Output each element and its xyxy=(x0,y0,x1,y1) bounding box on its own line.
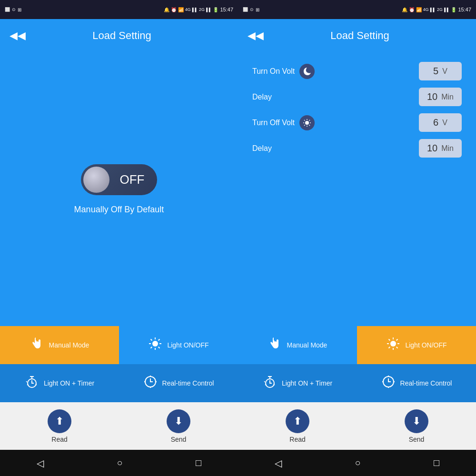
power-toggle[interactable]: OFF xyxy=(81,164,157,195)
read-arrow-icon: ⬆ xyxy=(55,415,64,427)
time-left: 15:47 xyxy=(220,7,233,12)
status-icon-grid: ⊞ xyxy=(18,7,21,12)
clock-icon-left xyxy=(143,375,158,392)
hand-icon-left xyxy=(30,337,44,354)
svg-line-34 xyxy=(389,339,390,340)
alarm-icon: ⏰ xyxy=(171,7,177,12)
back-button-left[interactable]: ◀◀ xyxy=(10,30,26,42)
realtime-btn-right[interactable]: Real-time Control xyxy=(357,364,476,402)
read-button-right[interactable]: ⬆ Read xyxy=(238,402,357,450)
header-left: ◀◀ Load Setting xyxy=(0,19,238,52)
read-button-left[interactable]: ⬆ Read xyxy=(0,402,119,450)
delay1-value-box[interactable]: 10 Min xyxy=(419,88,462,106)
nav-recent-icon-right[interactable]: □ xyxy=(434,457,439,468)
status-icon-headset: ⊙ xyxy=(12,7,16,12)
manual-mode-label-right: Manual Mode xyxy=(287,341,327,349)
moon-icon xyxy=(299,64,315,79)
send-label-right: Send xyxy=(409,436,425,443)
turn-off-volt-unit: V xyxy=(442,119,447,127)
delay2-value-box[interactable]: 10 Min xyxy=(419,139,462,158)
hand-icon-right xyxy=(268,337,282,354)
sun-icon-right xyxy=(386,337,400,354)
time-right: 15:47 xyxy=(458,7,471,12)
send-arrow-icon-r: ⬇ xyxy=(412,415,421,427)
turn-on-volt-unit: V xyxy=(442,67,447,76)
send-button-right[interactable]: ⬇ Send xyxy=(357,402,476,450)
timer-icon-right xyxy=(263,375,277,392)
timer-icon-left xyxy=(25,375,39,392)
light-timer-btn-right[interactable]: Light ON + Timer xyxy=(238,364,357,402)
battery-icon: 🔋 xyxy=(213,7,218,12)
manual-mode-btn-left[interactable]: Manual Mode xyxy=(0,326,119,364)
status-icon-screen-r: ⬜ xyxy=(243,7,248,12)
svg-point-0 xyxy=(152,341,158,347)
svg-line-37 xyxy=(389,347,390,348)
sun-icon-settings xyxy=(299,115,315,130)
battery-icon-r: 🔋 xyxy=(451,7,456,12)
status-icon-grid-r: ⊞ xyxy=(256,7,259,12)
light-onoff-btn-left[interactable]: Light ON/OFF xyxy=(119,326,238,364)
status-icon-headset-r: ⊙ xyxy=(250,7,254,12)
back-button-right[interactable]: ◀◀ xyxy=(248,30,264,42)
status-icons-left: ⬜ ⊙ ⊞ xyxy=(5,7,21,12)
toggle-state: OFF xyxy=(109,172,155,187)
turn-on-volt-row: Turn On Volt 5 V xyxy=(252,62,462,80)
network-4g: 4G xyxy=(185,7,191,12)
realtime-btn-left[interactable]: Real-time Control xyxy=(119,364,238,402)
delay2-unit: Min xyxy=(441,144,454,153)
svg-line-6 xyxy=(159,347,160,348)
delay1-value: 10 xyxy=(427,91,437,102)
nav-recent-icon-left[interactable]: □ xyxy=(196,457,201,468)
read-icon-left: ⬆ xyxy=(48,409,71,433)
status-icon-screen: ⬜ xyxy=(5,7,10,12)
read-label-left: Read xyxy=(51,436,67,443)
mode-grid-right: Manual Mode Li xyxy=(238,326,476,402)
light-onoff-label-left: Light ON/OFF xyxy=(167,341,208,349)
svg-line-8 xyxy=(151,347,152,348)
network-bar2: ▌▌ xyxy=(206,8,211,12)
status-bar-right: ⬜ ⊙ ⊞ 🔔 ⏰ 📶 4G ▌▌ 2G ▌▌ 🔋 15:47 xyxy=(238,0,476,19)
nav-back-icon-left[interactable]: ◁ xyxy=(37,457,44,469)
wifi-icon-r: 📶 xyxy=(416,7,422,12)
sim-icon-r: 🔔 xyxy=(402,7,407,12)
turn-off-volt-value-box[interactable]: 6 V xyxy=(419,113,462,132)
svg-line-12 xyxy=(26,381,27,382)
turn-off-volt-row: Turn Off Volt xyxy=(252,113,462,132)
turn-on-volt-value-box[interactable]: 5 V xyxy=(419,62,462,80)
svg-line-5 xyxy=(151,339,152,340)
read-icon-right: ⬆ xyxy=(286,409,309,433)
realtime-label-right: Real-time Control xyxy=(400,379,452,387)
clock-icon-right xyxy=(381,375,396,392)
delay2-value: 10 xyxy=(427,143,437,154)
svg-line-26 xyxy=(309,125,310,126)
nav-bar-left: ◁ ○ □ xyxy=(0,450,238,476)
network-4g-r: 4G xyxy=(423,7,429,12)
sim-icon: 🔔 xyxy=(164,7,169,12)
network-bar1-r: ▌▌ xyxy=(430,8,436,12)
light-onoff-content: Turn On Volt 5 V Delay xyxy=(238,52,476,326)
realtime-label-left: Real-time Control xyxy=(162,379,214,387)
svg-point-29 xyxy=(390,341,396,347)
manual-content: OFF Manually Off By Default xyxy=(0,52,238,326)
header-right: ◀◀ Load Setting xyxy=(238,19,476,52)
status-right-right: 🔔 ⏰ 📶 4G ▌▌ 2G ▌▌ 🔋 15:47 xyxy=(402,7,471,12)
action-bar-right: ⬆ Read ⬇ Send xyxy=(238,402,476,450)
light-onoff-btn-right[interactable]: Light ON/OFF xyxy=(357,326,476,364)
send-arrow-icon: ⬇ xyxy=(174,415,183,427)
send-label-left: Send xyxy=(171,436,187,443)
nav-home-icon-left[interactable]: ○ xyxy=(117,457,122,468)
action-bar-left: ⬆ Read ⬇ Send xyxy=(0,402,238,450)
nav-back-icon-right[interactable]: ◁ xyxy=(275,457,282,469)
read-label-right: Read xyxy=(289,436,305,443)
manual-mode-btn-right[interactable]: Manual Mode xyxy=(238,326,357,364)
manual-mode-label-left: Manual Mode xyxy=(49,341,89,349)
left-phone: ⬜ ⊙ ⊞ 🔔 ⏰ 📶 4G ▌▌ 2G ▌▌ 🔋 15:47 ◀◀ Load … xyxy=(0,0,238,476)
manual-status-text: Manually Off By Default xyxy=(74,205,164,215)
nav-home-icon-right[interactable]: ○ xyxy=(355,457,360,468)
nav-bar-right: ◁ ○ □ xyxy=(238,450,476,476)
toggle-thumb xyxy=(83,167,109,193)
light-timer-btn-left[interactable]: Light ON + Timer xyxy=(0,364,119,402)
turn-on-volt-text: Turn On Volt xyxy=(252,67,295,76)
send-button-left[interactable]: ⬇ Send xyxy=(119,402,238,450)
turn-on-volt-value: 5 xyxy=(433,66,438,77)
